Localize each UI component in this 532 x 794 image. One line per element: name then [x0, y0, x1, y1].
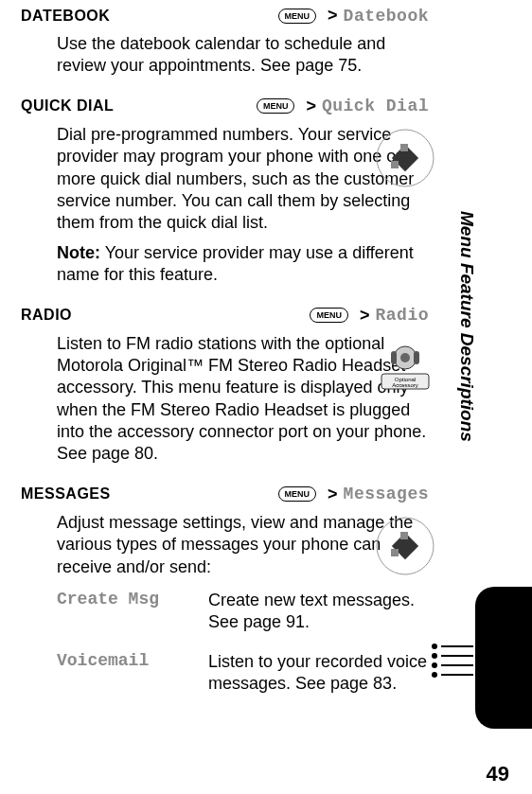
- network-feature-badge-icon: [372, 513, 438, 579]
- menu-path-radio: Radio: [375, 306, 429, 325]
- svg-rect-9: [391, 351, 397, 364]
- menu-button-icon: MENU: [278, 486, 317, 502]
- side-tab: Menu Feature Descriptions: [456, 123, 532, 662]
- title-messages: MESSAGES: [21, 485, 111, 503]
- section-quickdial: QUICK DIAL MENU > Quick Dial Dial pre-pr…: [21, 97, 429, 287]
- menu-path-messages: Messages: [344, 485, 429, 503]
- chevron-right-icon: >: [306, 97, 316, 116]
- svg-text:Accessory: Accessory: [392, 382, 418, 388]
- chevron-right-icon: >: [328, 485, 338, 504]
- optional-accessory-badge-icon: Optional Accessory: [372, 334, 438, 400]
- menu-button-icon: MENU: [257, 98, 295, 114]
- section-radio: RADIO MENU > Radio Optional Accessory Li…: [21, 306, 429, 466]
- svg-rect-14: [391, 549, 399, 556]
- subitem-label: Create Msg: [57, 590, 208, 634]
- subitem-desc: Create new text messages. See page 91.: [208, 590, 429, 634]
- svg-rect-10: [414, 351, 419, 364]
- chevron-right-icon: >: [360, 306, 370, 326]
- page-number: 49: [487, 762, 509, 786]
- menu-path-quickdial: Quick Dial: [322, 97, 429, 115]
- title-radio: RADIO: [21, 307, 72, 324]
- menu-button-icon: MENU: [310, 308, 348, 323]
- subitem-voicemail: Voicemail Listen to your recorded voice …: [57, 651, 429, 696]
- menu-path-datebook: Datebook: [344, 7, 429, 26]
- network-feature-badge-icon: [372, 125, 438, 191]
- svg-point-8: [400, 353, 410, 362]
- title-quickdial: QUICK DIAL: [21, 97, 114, 115]
- svg-rect-3: [391, 161, 399, 168]
- side-tab-label: Menu Feature Descriptions: [456, 123, 477, 530]
- thumb-index-block-icon: [475, 587, 532, 729]
- body-datebook: Use the datebook calendar to schedule an…: [57, 33, 429, 78]
- note-label: Note:: [57, 243, 100, 262]
- menu-button-icon: MENU: [278, 9, 317, 24]
- svg-rect-13: [400, 532, 408, 539]
- svg-rect-2: [400, 144, 408, 151]
- chevron-right-icon: >: [328, 6, 338, 26]
- subitem-label: Voicemail: [57, 651, 208, 696]
- section-datebook: DATEBOOK MENU > Datebook Use the dateboo…: [21, 6, 429, 78]
- note-text: Your service provider may use a differen…: [57, 243, 414, 284]
- subitem-desc: Listen to your recorded voice messages. …: [208, 651, 429, 696]
- subitem-create-msg: Create Msg Create new text messages. See…: [57, 590, 429, 634]
- title-datebook: DATEBOOK: [21, 8, 110, 25]
- section-messages: MESSAGES MENU > Messages Adjust message …: [21, 485, 429, 696]
- thumb-index-lines-icon: [432, 644, 473, 681]
